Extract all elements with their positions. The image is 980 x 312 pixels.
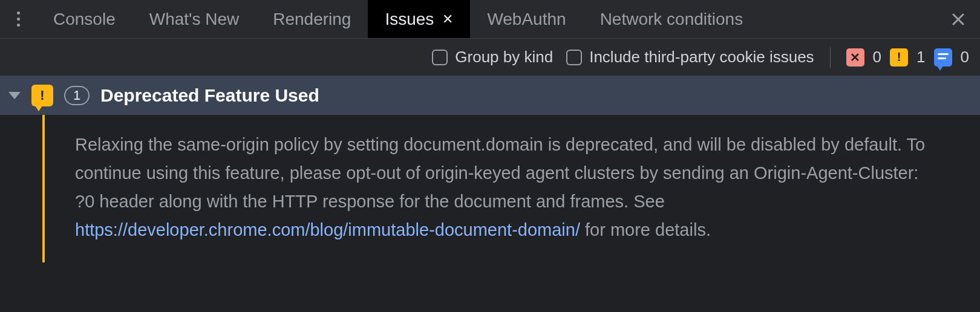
tab-rendering[interactable]: Rendering <box>256 0 368 38</box>
issue-row-header[interactable]: ! 1 Deprecated Feature Used <box>0 76 980 115</box>
tab-label: WebAuthn <box>487 10 566 29</box>
checkbox-label: Include third-party cookie issues <box>589 48 814 67</box>
divider <box>830 47 831 68</box>
group-by-kind-checkbox[interactable]: Group by kind <box>432 48 553 67</box>
issue-text: Relaxing the same-origin policy by setti… <box>75 135 925 211</box>
issue-text: for more details. <box>580 220 711 239</box>
warning-message-icon: ! <box>31 85 53 106</box>
close-icon[interactable]: ✕ <box>442 11 453 27</box>
error-icon[interactable]: ✕ <box>846 48 864 67</box>
issues-toolbar: Group by kind Include third-party cookie… <box>0 39 980 76</box>
more-tabs-button[interactable] <box>0 0 36 38</box>
tab-network-conditions[interactable]: Network conditions <box>583 0 760 38</box>
tab-label: What's New <box>149 10 240 29</box>
tab-label: Issues <box>385 10 434 29</box>
checkbox-icon <box>566 50 582 65</box>
error-count: 0 <box>873 48 881 67</box>
include-third-party-checkbox[interactable]: Include third-party cookie issues <box>566 48 814 67</box>
issue-description: Relaxing the same-origin policy by setti… <box>42 115 950 262</box>
severity-rail <box>42 115 45 262</box>
tab-issues[interactable]: Issues ✕ <box>368 0 470 38</box>
more-vertical-icon <box>17 11 20 27</box>
checkbox-label: Group by kind <box>455 48 553 67</box>
tab-console[interactable]: Console <box>36 0 132 38</box>
issue-counts: ✕ 0 ! 1 0 <box>846 48 969 67</box>
tab-whats-new[interactable]: What's New <box>132 0 256 38</box>
issue-occurrence-count: 1 <box>64 86 90 105</box>
chevron-down-icon <box>8 92 21 99</box>
issue-learn-more-link[interactable]: https://developer.chrome.com/blog/immuta… <box>75 220 580 239</box>
warning-icon[interactable]: ! <box>890 48 908 67</box>
checkbox-icon <box>432 50 448 65</box>
drawer-tabbar: Console What's New Rendering Issues ✕ We… <box>0 0 980 39</box>
info-icon[interactable] <box>934 48 952 67</box>
tab-label: Console <box>53 10 116 29</box>
tab-label: Rendering <box>273 10 351 29</box>
tab-label: Network conditions <box>600 10 743 29</box>
issue-title: Deprecated Feature Used <box>100 85 319 106</box>
issue-body-container: Relaxing the same-origin policy by setti… <box>0 115 980 262</box>
warning-count: 1 <box>916 48 925 67</box>
close-drawer-button[interactable] <box>936 0 980 39</box>
tab-webauthn[interactable]: WebAuthn <box>470 0 583 38</box>
close-icon <box>951 12 965 27</box>
info-count: 0 <box>961 48 969 67</box>
